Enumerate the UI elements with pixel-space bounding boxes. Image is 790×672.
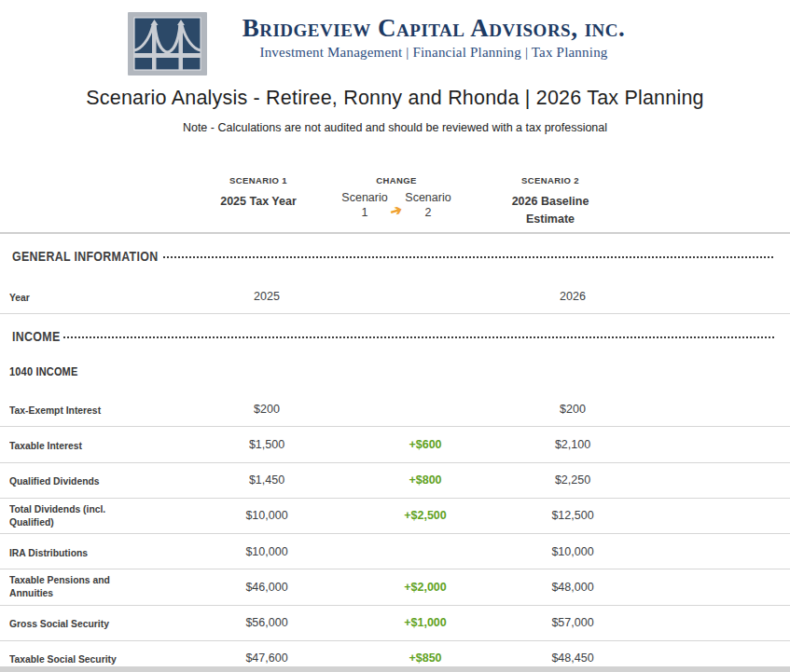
table-row: Total Dividends (incl. Qualified) $10,00…: [0, 499, 790, 534]
change-to-num: 2: [424, 205, 431, 220]
row-label: Qualified Dividends: [9, 474, 141, 487]
table-row: Tax-Exempt Interest $200 $200: [0, 391, 790, 427]
scenario2-value: $200: [503, 403, 643, 416]
change-from-num: 1: [362, 205, 368, 220]
row-label: Year: [9, 291, 141, 304]
row-label: IRA Distributions: [9, 546, 141, 559]
scenario2-value: $10,000: [503, 545, 643, 558]
scenario1-value: $1,500: [197, 438, 337, 451]
scenario2-column-header: SCENARIO 2 2026 Baseline Estimate: [512, 175, 589, 228]
scenario2-subtitle-line2: Estimate: [512, 211, 589, 228]
change-from: Scenario 1: [341, 190, 387, 220]
scenario2-value: $2,250: [503, 473, 643, 487]
brand-block: Bridgeview Capital Advisors, inc. Invest…: [213, 14, 655, 61]
subsection-1040-income: 1040 INCOME: [9, 365, 77, 378]
scenario1-value: $200: [197, 403, 337, 416]
bottom-bar: [0, 666, 790, 672]
change-arrow-icon: ➔: [388, 201, 404, 221]
section-general-label: GENERAL INFORMATION: [12, 248, 158, 265]
change-value: +$850: [355, 651, 495, 665]
row-label: Total Dividends (incl. Qualified): [9, 502, 141, 528]
change-value: +$800: [355, 473, 495, 487]
scenario2-value: $12,500: [503, 509, 643, 522]
change-value: +$1,000: [355, 616, 495, 629]
scenario1-value: $56,000: [197, 616, 337, 629]
scenario2-kicker: SCENARIO 2: [512, 175, 589, 185]
disclaimer-note: Note - Calculations are not audited and …: [0, 121, 790, 134]
scenario1-column-header: SCENARIO 1 2025 Tax Year: [220, 175, 297, 211]
scenario1-subtitle: 2025 Tax Year: [220, 193, 297, 211]
change-kicker: CHANGE: [341, 175, 450, 185]
table-row: Qualified Dividends $1,450 +$800 $2,250: [0, 463, 790, 499]
section-income-label: INCOME: [12, 328, 61, 345]
table-row: IRA Distributions $10,000 $10,000: [0, 534, 790, 569]
scenario1-value: 2025: [197, 290, 337, 303]
section-income-dotted-rule: [63, 336, 775, 338]
scenario2-value: $48,000: [503, 581, 643, 594]
change-value: +$2,000: [355, 581, 495, 594]
change-subtitle: Scenario 1 ➔ Scenario 2: [341, 190, 450, 220]
scenario1-kicker: SCENARIO 1: [220, 175, 297, 185]
change-from-word: Scenario: [341, 190, 387, 205]
row-label: Tax-Exempt Interest: [9, 404, 141, 417]
change-to: Scenario 2: [405, 190, 450, 220]
section-general-information: GENERAL INFORMATION: [12, 248, 775, 267]
scenario2-value: $48,450: [503, 651, 643, 665]
change-value: +$600: [355, 438, 495, 451]
scenario1-value: $10,000: [197, 545, 337, 558]
scenario2-subtitle: 2026 Baseline Estimate: [512, 193, 589, 228]
scenario1-value: $46,000: [197, 581, 337, 594]
change-value: +$2,500: [355, 509, 495, 522]
row-label: Taxable Pensions and Annuities: [9, 573, 141, 599]
scenario1-value: $1,450: [197, 473, 337, 487]
row-label: Gross Social Security: [9, 617, 141, 630]
row-label: Taxable Interest: [9, 439, 141, 452]
page-title: Scenario Analysis - Retiree, Ronny and R…: [0, 87, 790, 110]
company-name: Bridgeview Capital Advisors, inc.: [213, 14, 655, 42]
table-row: Taxable Interest $1,500 +$600 $2,100: [0, 427, 790, 462]
table-row: Gross Social Security $56,000 +$1,000 $5…: [0, 606, 790, 641]
row-label-cell: Year: [0, 288, 197, 305]
bridge-logo-icon: [128, 12, 207, 75]
section-general-dotted-rule: [163, 256, 775, 258]
table-row: Taxable Pensions and Annuities $46,000 +…: [0, 569, 790, 605]
scenario2-value: 2026: [503, 290, 643, 303]
section-income: INCOME: [12, 328, 775, 347]
scenario-analysis-report: Bridgeview Capital Advisors, inc. Invest…: [0, 0, 790, 672]
income-table: Tax-Exempt Interest $200 $200 Taxable In…: [0, 391, 790, 672]
scenario2-value: $2,100: [503, 438, 643, 451]
table-row-year: Year 2025 2026: [0, 280, 790, 314]
change-to-word: Scenario: [405, 190, 450, 205]
scenario2-value: $57,000: [503, 616, 643, 629]
company-tagline: Investment Management | Financial Planni…: [213, 45, 655, 61]
scenario1-value: $47,600: [197, 651, 337, 665]
change-column-header: CHANGE Scenario 1 ➔ Scenario 2: [341, 175, 450, 220]
scenario1-value: $10,000: [197, 509, 337, 522]
header-separator-line: [0, 232, 790, 234]
scenario2-subtitle-line1: 2026 Baseline: [512, 193, 589, 211]
row-label: Taxable Social Security: [9, 652, 141, 665]
